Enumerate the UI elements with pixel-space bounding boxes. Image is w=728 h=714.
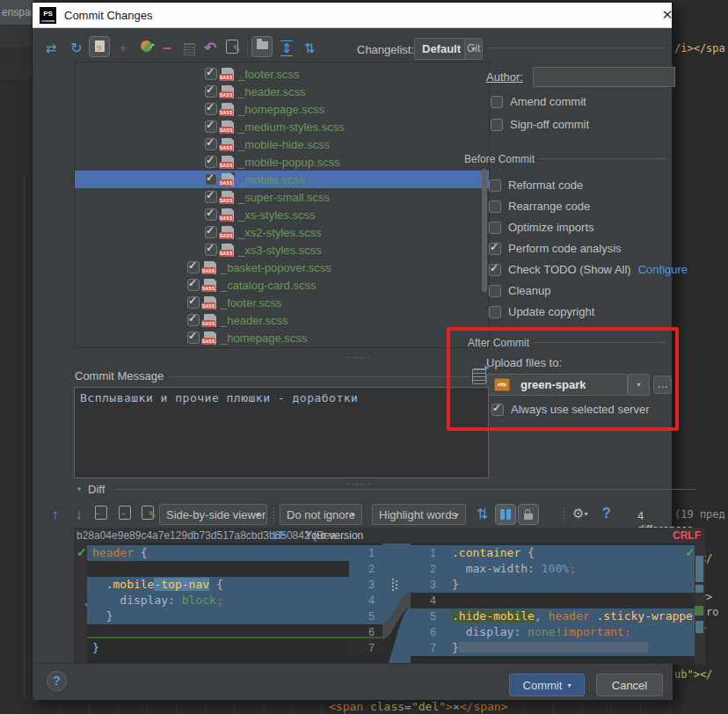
splitter-handle[interactable]: ······ bbox=[346, 479, 373, 488]
before-commit-option[interactable]: Update copyright bbox=[489, 305, 594, 318]
option-checkbox[interactable] bbox=[489, 306, 501, 318]
show-diff-icon[interactable]: ⇄ bbox=[42, 40, 60, 57]
diff-code-line[interactable]: display: block; bbox=[87, 593, 349, 608]
file-checkbox[interactable] bbox=[187, 279, 200, 291]
diff-code-line[interactable]: .hide-mobile, header .sticky-wrapper bbox=[444, 608, 695, 624]
gear-icon[interactable]: ⚙▾ bbox=[572, 506, 587, 521]
tree-row[interactable]: SASS_mobile-popup.scss bbox=[75, 153, 489, 171]
tree-row[interactable]: SASS_header.scss bbox=[75, 83, 489, 100]
diff-code-line[interactable]: } bbox=[444, 577, 695, 593]
tree-row[interactable]: SASS_super-small.scss bbox=[75, 188, 489, 206]
tree-row[interactable]: SASS_catalog-card.scss bbox=[75, 276, 489, 294]
tree-row[interactable]: SASS_basket-popover.scss bbox=[75, 259, 489, 276]
file-checkbox[interactable] bbox=[205, 103, 217, 115]
tree-row[interactable]: SASS_header.scss bbox=[75, 311, 489, 329]
synchronize-panels-toggle[interactable] bbox=[495, 504, 516, 525]
file-checkbox[interactable] bbox=[205, 191, 217, 203]
diff-code-line[interactable]: } bbox=[87, 608, 349, 624]
file-checkbox[interactable] bbox=[205, 85, 217, 98]
file-checkbox[interactable] bbox=[187, 261, 200, 273]
amend-commit-checkbox[interactable] bbox=[491, 96, 503, 108]
rollback-icon[interactable]: ↶ bbox=[201, 40, 219, 57]
before-commit-option[interactable]: Optimize imports bbox=[489, 221, 594, 234]
collapse-unchanged-icon[interactable]: ⇅ bbox=[471, 504, 492, 525]
before-commit-option[interactable]: Check TODO (Show All)Configure bbox=[489, 263, 688, 276]
signoff-commit-option[interactable]: Sign-off commit bbox=[491, 118, 589, 131]
option-checkbox[interactable] bbox=[489, 285, 501, 297]
changed-files-tree[interactable]: SASS_footer.scssSASS_header.scssSASS_hom… bbox=[74, 62, 490, 348]
lock-scroll-toggle[interactable] bbox=[518, 504, 539, 525]
configure-link[interactable]: Configure bbox=[638, 263, 688, 276]
add-icon[interactable]: + bbox=[114, 40, 132, 57]
apply-right-icon[interactable]: → bbox=[116, 506, 134, 523]
dialog-titlebar[interactable]: PS Commit Changes ✕ bbox=[33, 3, 672, 28]
viewer-mode-dropdown[interactable]: Side-by-side viewer▼ bbox=[159, 504, 267, 525]
file-checkbox[interactable] bbox=[205, 120, 217, 133]
diff-code-line[interactable]: header { bbox=[87, 545, 349, 561]
diff-code-line[interactable] bbox=[444, 593, 695, 608]
file-checkbox[interactable] bbox=[187, 296, 200, 309]
before-commit-option[interactable]: Reformat code bbox=[489, 178, 583, 192]
option-checkbox[interactable] bbox=[489, 264, 501, 276]
file-checkbox[interactable] bbox=[205, 68, 217, 80]
tree-scrollbar[interactable] bbox=[482, 169, 487, 292]
file-checkbox[interactable] bbox=[205, 138, 217, 150]
show-unversioned-files-toggle[interactable]: ? bbox=[89, 36, 110, 57]
tree-row[interactable]: SASS_xs3-styles.scss bbox=[75, 241, 489, 259]
commit-message-box[interactable]: Всплывашки и прочие плюшки - доработки bbox=[74, 387, 489, 478]
diff-code-line[interactable]: .container { bbox=[444, 545, 695, 561]
diff-code-line[interactable]: } bbox=[87, 640, 349, 656]
previous-difference-icon[interactable]: ↑ bbox=[47, 506, 64, 523]
file-checkbox[interactable] bbox=[205, 156, 217, 168]
tree-row[interactable]: SASS_mobile-hide.scss bbox=[75, 135, 489, 153]
connector-drag-handle[interactable] bbox=[392, 579, 394, 580]
diff-code-line[interactable]: max-width: 100%; bbox=[444, 561, 695, 577]
delete-icon[interactable]: − bbox=[158, 40, 176, 57]
tree-row[interactable]: SASS_homepage.scss bbox=[75, 100, 489, 118]
amend-commit-option[interactable]: Amend commit bbox=[491, 95, 586, 108]
before-commit-option[interactable]: Cleanup bbox=[489, 284, 550, 297]
group-by-directory-toggle[interactable] bbox=[251, 36, 273, 57]
highlight-mode-dropdown[interactable]: Highlight words▼ bbox=[372, 504, 466, 525]
option-checkbox[interactable] bbox=[489, 179, 501, 192]
collapse-all-icon[interactable]: ⇅ bbox=[301, 40, 318, 57]
cancel-button[interactable]: Cancel bbox=[596, 674, 663, 696]
tree-row[interactable]: SASS_xs-styles.scss bbox=[75, 206, 489, 223]
edit-source-icon[interactable]: ✎ bbox=[223, 40, 241, 57]
help-icon[interactable]: ? bbox=[47, 671, 67, 691]
close-icon[interactable]: ✕ bbox=[659, 6, 676, 24]
option-checkbox[interactable] bbox=[489, 243, 501, 255]
commit-button[interactable]: Commit▾ bbox=[509, 674, 585, 696]
file-checkbox[interactable] bbox=[205, 226, 217, 238]
before-commit-option[interactable]: Rearrange code bbox=[489, 200, 590, 213]
expand-all-icon[interactable]: ⇕ bbox=[278, 40, 295, 57]
before-commit-option[interactable]: Perform code analysis bbox=[489, 242, 622, 255]
option-checkbox[interactable] bbox=[489, 222, 501, 234]
ignore-mode-dropdown[interactable]: Do not ignore▼ bbox=[280, 504, 362, 525]
move-to-changelist-icon[interactable]: ➚ bbox=[135, 36, 157, 57]
file-checkbox[interactable] bbox=[187, 332, 200, 344]
diff-collapse-icon[interactable]: ▼ bbox=[76, 485, 83, 493]
splitter-handle[interactable]: ······ bbox=[346, 353, 373, 361]
tree-row[interactable]: SASS_medium-styles.scss bbox=[75, 118, 489, 135]
diff-code-line[interactable]: .mobile-top-nav { bbox=[87, 577, 349, 593]
tree-row[interactable]: SASS_footer.scss bbox=[75, 294, 489, 311]
file-checkbox[interactable] bbox=[205, 244, 217, 256]
refresh-icon[interactable]: ↻ bbox=[68, 40, 85, 57]
file-checkbox[interactable] bbox=[205, 208, 217, 221]
file-checkbox[interactable] bbox=[187, 314, 200, 326]
tree-row[interactable]: SASS_homepage.scss bbox=[75, 329, 489, 346]
diff-code-line[interactable]: display: none!important; bbox=[444, 624, 695, 640]
tree-row[interactable]: SASS_mobile.scss bbox=[75, 171, 489, 188]
diff-editors[interactable]: ✓ header { .mobile-top-nav { display: bl… bbox=[74, 543, 705, 665]
diff-code-line[interactable] bbox=[87, 561, 349, 577]
file-checkbox[interactable] bbox=[205, 173, 217, 186]
signoff-commit-checkbox[interactable] bbox=[491, 119, 503, 131]
author-input[interactable] bbox=[533, 67, 675, 87]
edit-diff-icon[interactable]: ✎ bbox=[139, 506, 157, 523]
next-difference-icon[interactable]: ↓ bbox=[70, 506, 88, 523]
tree-row[interactable]: SASS_xs2-styles.scss bbox=[75, 223, 489, 241]
tree-row[interactable]: SASS_footer.scss bbox=[75, 65, 489, 83]
diff-help-icon[interactable]: ? bbox=[602, 506, 611, 521]
apply-left-icon[interactable]: ← bbox=[92, 506, 110, 523]
